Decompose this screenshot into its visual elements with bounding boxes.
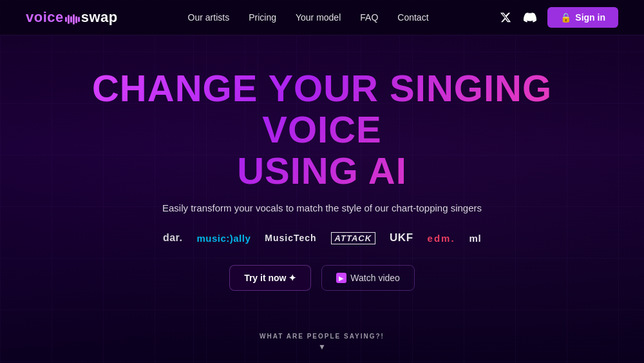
- navbar: voice swap Our artists Pricing Your mode…: [0, 0, 644, 35]
- logo-voice: voice: [26, 9, 64, 25]
- brand-musicaly: music:)ally: [196, 233, 251, 244]
- lock-icon: 🔒: [560, 12, 571, 23]
- brand-attack: ATTACK: [331, 232, 376, 244]
- brand-musictech: MusicTech: [265, 233, 316, 243]
- watch-video-button[interactable]: ▶ Watch video: [321, 265, 415, 291]
- brand-ml: ml: [469, 233, 482, 244]
- nav-faq[interactable]: FAQ: [360, 12, 378, 23]
- nav-our-artists[interactable]: Our artists: [188, 12, 230, 23]
- chevron-down-icon: ▼: [318, 342, 326, 351]
- cta-buttons: Try it now ✦ ▶ Watch video: [229, 265, 415, 291]
- brand-edm: edm.: [428, 233, 455, 244]
- nav-right: 🔒 Sign in: [498, 7, 618, 28]
- brand-ukf: UKF: [390, 231, 413, 244]
- discord-icon[interactable]: [523, 10, 537, 25]
- nav-pricing[interactable]: Pricing: [249, 12, 276, 23]
- bottom-label-text: WHAT ARE PEOPLE SAYING?!: [260, 333, 384, 340]
- hero-section: CHANGE YOUR SINGING VOICE USING AI Easil…: [0, 35, 644, 336]
- nav-contact[interactable]: Contact: [397, 12, 428, 23]
- signin-button[interactable]: 🔒 Sign in: [547, 7, 618, 28]
- play-icon: ▶: [336, 273, 346, 283]
- logo-swap: swap: [81, 9, 118, 25]
- bottom-label: WHAT ARE PEOPLE SAYING?! ▼: [260, 333, 384, 351]
- twitter-icon[interactable]: [498, 10, 513, 25]
- brands-bar: dar. music:)ally MusicTech ATTACK UKF ed…: [163, 231, 481, 244]
- logo[interactable]: voice swap: [26, 9, 118, 26]
- logo-waveform-icon: [65, 14, 80, 25]
- nav-links: Our artists Pricing Your model FAQ Conta…: [188, 12, 429, 23]
- nav-your-model[interactable]: Your model: [296, 12, 341, 23]
- hero-title: CHANGE YOUR SINGING VOICE USING AI: [71, 68, 573, 191]
- try-it-now-button[interactable]: Try it now ✦: [229, 265, 311, 291]
- hero-subtitle: Easily transform your vocals to match th…: [162, 202, 482, 213]
- brand-dar: dar.: [163, 232, 182, 244]
